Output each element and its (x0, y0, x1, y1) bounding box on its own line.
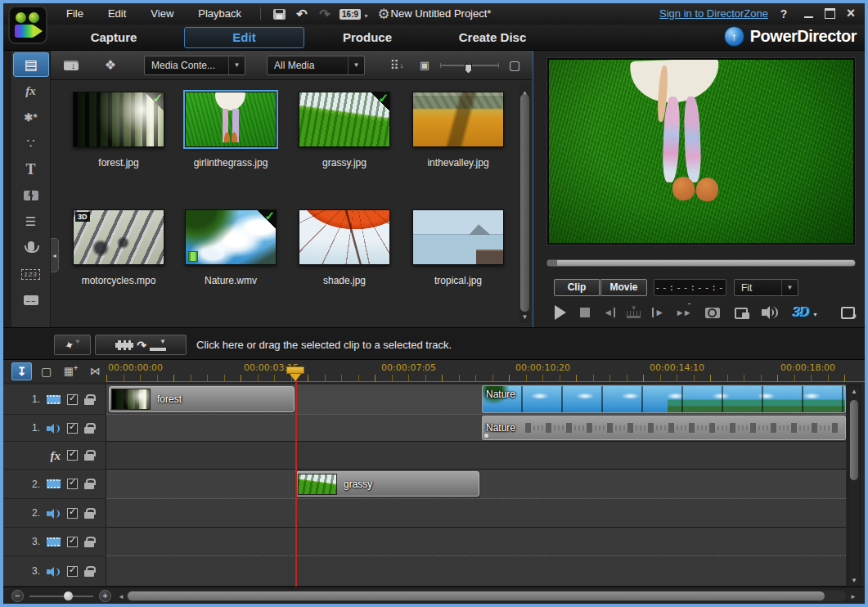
timeline-ruler[interactable]: 00:00:00:00 00:00:03:15 00:00:07:05 00:0… (3, 360, 865, 382)
timeline-horizontal-scrollbar[interactable] (126, 591, 846, 601)
menu-edit[interactable]: Edit (96, 3, 138, 25)
track-enable-checkbox[interactable] (67, 537, 78, 547)
previous-frame-button[interactable] (601, 304, 617, 321)
movie-mode-button[interactable]: Movie (600, 279, 647, 296)
list-item[interactable]: grassy.jpg (289, 87, 400, 169)
effect-room-icon[interactable] (13, 79, 49, 103)
preview-seek-bar[interactable] (546, 259, 856, 267)
thumbnail-image[interactable] (412, 92, 504, 147)
mark-position-button[interactable] (626, 304, 641, 321)
clip-nature-audio[interactable]: Nature (482, 416, 846, 440)
lock-icon[interactable] (84, 483, 94, 489)
pip-objects-room-icon[interactable] (13, 105, 49, 129)
track-enable-checkbox[interactable] (67, 479, 78, 489)
preview-window-button[interactable] (734, 304, 749, 321)
list-item[interactable]: forest.jpg (63, 87, 174, 169)
list-item[interactable]: inthevalley.jpg (403, 87, 514, 169)
media-content-dropdown[interactable]: Media Conte... (144, 56, 245, 75)
thumbnail-image[interactable] (412, 209, 504, 265)
list-item[interactable]: tropical.jpg (403, 205, 514, 286)
undo-button[interactable] (292, 6, 312, 22)
plugin-button[interactable] (97, 54, 124, 77)
track-lane[interactable]: forest Nature (106, 384, 846, 415)
snapshot-camera-button[interactable] (704, 304, 720, 321)
lock-icon[interactable] (84, 512, 94, 519)
track-header[interactable]: 2. (3, 499, 106, 528)
next-frame-button[interactable] (650, 304, 666, 321)
list-item[interactable]: 3D motorcycles.mpo (63, 205, 174, 286)
play-button[interactable] (552, 304, 568, 321)
media-room-icon[interactable] (13, 52, 49, 77)
track-enable-checkbox[interactable] (67, 450, 78, 461)
clip-grassy[interactable]: grassy (295, 471, 479, 497)
scrollbar-thumb[interactable] (850, 400, 858, 480)
scroll-right-arrow[interactable] (848, 591, 858, 602)
track-lane[interactable] (106, 556, 846, 587)
track-lane[interactable] (106, 442, 846, 470)
small-thumbnails-button[interactable] (416, 54, 434, 77)
timeline-view-button[interactable] (11, 362, 32, 380)
clip-nature-video[interactable]: Nature (482, 385, 846, 413)
slider-thumb[interactable] (465, 64, 472, 74)
particle-room-icon[interactable] (13, 131, 49, 155)
track-header[interactable] (3, 442, 106, 470)
lock-icon[interactable] (84, 398, 94, 405)
preview-zoom-dropdown[interactable]: Fit (734, 279, 798, 296)
chapter-room-icon[interactable] (13, 262, 49, 286)
volume-speaker-button[interactable] (762, 304, 777, 321)
menu-view[interactable]: View (138, 3, 186, 25)
playhead-line[interactable] (295, 376, 297, 587)
track-lane[interactable] (106, 528, 846, 556)
zoom-in-button[interactable]: + (99, 590, 111, 602)
track-header[interactable]: 2. (3, 470, 106, 499)
thumbnail-image[interactable]: 3D (73, 209, 164, 265)
redo-button[interactable] (315, 6, 335, 22)
upgrade-arrow-icon[interactable] (724, 26, 744, 47)
fast-forward-button[interactable] (675, 304, 690, 321)
thumbnail-image[interactable] (185, 92, 277, 147)
sort-menu-button[interactable] (383, 54, 411, 77)
clip-mode-button[interactable]: Clip (554, 279, 600, 296)
minimize-button[interactable] (799, 6, 817, 21)
track-header[interactable]: 1. (3, 415, 106, 442)
track-lane[interactable]: grassy (106, 470, 846, 499)
stop-button[interactable] (577, 304, 592, 321)
scroll-left-arrow[interactable] (116, 591, 126, 602)
track-header[interactable]: 1. (3, 384, 106, 415)
clip-forest[interactable]: forest (109, 386, 295, 412)
voiceover-room-icon[interactable] (13, 236, 49, 260)
scrollbar-thumb[interactable] (520, 94, 529, 312)
subtitle-room-icon[interactable] (13, 288, 49, 312)
media-filter-dropdown[interactable]: All Media (267, 56, 365, 75)
track-lane[interactable]: Nature (106, 415, 846, 442)
storyboard-view-button[interactable] (36, 362, 56, 380)
insert-hint-text[interactable]: Click here or drag the selected clip to … (196, 328, 452, 361)
lock-icon[interactable] (84, 541, 94, 547)
signin-link[interactable]: Sign in to DirectorZone (659, 7, 768, 20)
tab-capture[interactable]: Capture (61, 25, 167, 51)
track-enable-checkbox[interactable] (67, 566, 78, 577)
timeline-scale[interactable]: 00:00:00:00 00:00:03:15 00:00:07:05 00:0… (106, 360, 846, 382)
insert-to-timeline-button[interactable] (95, 335, 187, 355)
scrollbar-thumb[interactable] (128, 591, 825, 600)
import-media-button[interactable] (57, 54, 85, 77)
close-button[interactable] (842, 6, 860, 21)
track-enable-checkbox[interactable] (67, 423, 78, 434)
tab-produce[interactable]: Produce (314, 25, 421, 51)
menu-file[interactable]: File (54, 3, 96, 25)
menu-playback[interactable]: Playback (186, 3, 254, 25)
timecode-display[interactable]: --:--:--:-- (654, 279, 726, 296)
track-enable-checkbox[interactable] (67, 394, 78, 405)
zoom-out-button[interactable]: − (11, 590, 24, 602)
scroll-up-arrow[interactable] (848, 385, 860, 397)
thumbnail-image[interactable] (73, 92, 164, 147)
track-header[interactable]: 3. (3, 556, 106, 587)
library-collapse-arrow[interactable] (51, 238, 59, 272)
zoom-slider-thumb[interactable] (64, 591, 73, 600)
lock-icon[interactable] (84, 570, 94, 577)
playhead-marker[interactable] (286, 366, 304, 382)
add-track-button[interactable] (61, 362, 81, 380)
track-enable-checkbox[interactable] (67, 508, 78, 519)
large-thumbnails-button[interactable] (506, 54, 524, 77)
help-button[interactable] (775, 6, 793, 21)
